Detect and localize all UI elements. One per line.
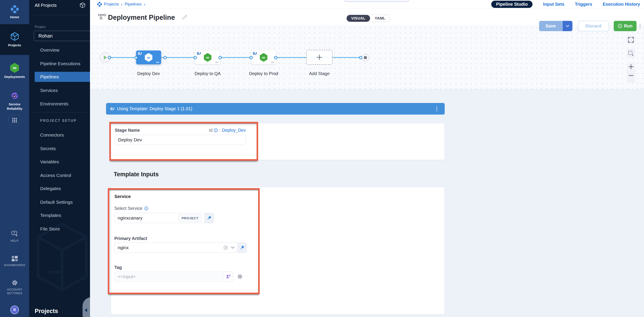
template-bars-icon xyxy=(111,107,114,110)
primary-artifact-group xyxy=(114,242,247,253)
sidebar-item-pipeline-executions[interactable]: Pipeline Executions xyxy=(29,58,90,69)
zoom-controls xyxy=(627,62,635,83)
project-selector[interactable]: Rohan xyxy=(34,31,90,41)
all-projects-link[interactable]: All Projects xyxy=(35,3,57,8)
play-icon xyxy=(104,56,107,60)
edit-pencil-icon[interactable] xyxy=(182,14,188,20)
tag-settings-button[interactable] xyxy=(237,272,243,282)
connector-dot[interactable] xyxy=(218,56,222,59)
zoom-out-icon xyxy=(628,73,634,78)
code-glyph: </> xyxy=(271,61,274,64)
user-avatar[interactable]: R xyxy=(10,306,19,314)
pin-artifact-button[interactable] xyxy=(238,242,247,253)
save-options-button[interactable] xyxy=(562,21,572,31)
breadcrumb-link-projects[interactable]: Projects xyxy=(104,2,119,6)
plus-icon xyxy=(316,54,323,60)
sidebar-item-templates[interactable]: Templates xyxy=(29,210,90,220)
sidebar-item-overview[interactable]: Overview xyxy=(29,45,90,55)
breadcrumb-link-pipelines[interactable]: Pipelines xyxy=(125,2,142,6)
stage-node-deploy-dev[interactable]: ∞ </> xyxy=(136,50,161,64)
connector-dot[interactable] xyxy=(134,56,138,59)
add-stage-button[interactable] xyxy=(306,50,332,65)
tab-execution-history[interactable]: Execution History xyxy=(603,2,640,7)
template-banner: Using Template: Deploy Stage 1 (1.01) xyxy=(106,103,445,114)
module-rail: Home Projects ∞ Deployments Service Reli… xyxy=(0,0,29,317)
primary-artifact-input[interactable] xyxy=(118,245,223,250)
primary-artifact-field[interactable] xyxy=(114,242,238,253)
add-stage-label: Add Stage xyxy=(300,71,339,76)
rail-label-dashboards: DASHBOARDS xyxy=(4,264,25,267)
sidebar-item-secrets[interactable]: Secrets xyxy=(29,144,90,154)
rail-item-projects[interactable]: Projects xyxy=(0,24,29,55)
sidebar-item-default-settings[interactable]: Default Settings xyxy=(29,197,90,207)
expression-button[interactable]: Σx xyxy=(224,272,233,282)
pipeline-end-node[interactable] xyxy=(362,54,369,62)
rail-item-home[interactable]: Home xyxy=(0,0,29,24)
stage-name-label: Stage Name xyxy=(115,128,140,133)
sidebar-item-pipelines[interactable]: Pipelines xyxy=(35,72,90,82)
header-kebab-menu[interactable] xyxy=(640,24,641,28)
cube-icon[interactable] xyxy=(80,2,86,8)
save-button[interactable]: Save xyxy=(539,21,562,31)
zoom-in-icon xyxy=(628,64,634,69)
project-sidebar: All Projects Project Rohan Overview Pipe… xyxy=(29,0,90,317)
connector-dot[interactable] xyxy=(250,56,253,59)
cd-hexagon-icon: ∞ xyxy=(260,53,268,62)
tag-field[interactable] xyxy=(114,272,224,282)
stage-config-panel: Using Template: Deploy Stage 1 (1.01) St… xyxy=(90,89,644,317)
toggle-yaml[interactable]: YAML xyxy=(370,15,390,22)
apps-grid-button[interactable] xyxy=(8,115,21,125)
rail-item-account-settings[interactable]: ACCOUNT SETTINGS xyxy=(0,279,29,295)
zoom-in-button[interactable] xyxy=(627,62,635,71)
tab-triggers[interactable]: Triggers xyxy=(575,2,592,7)
tab-input-sets[interactable]: Input Sets xyxy=(543,2,564,7)
connector-dot[interactable] xyxy=(108,56,111,59)
sidebar-item-connectors[interactable]: Connectors xyxy=(29,130,90,140)
rail-item-dashboards[interactable]: DASHBOARDS xyxy=(0,255,29,267)
sidebar-item-services[interactable]: Services xyxy=(29,86,90,96)
cd-hexagon-icon: ∞ xyxy=(144,53,153,62)
pin-service-button[interactable] xyxy=(205,213,214,223)
toggle-visual[interactable]: VISUAL xyxy=(346,15,370,22)
sidebar-item-variables[interactable]: Variables xyxy=(29,157,90,167)
sidebar-item-delegates[interactable]: Delegates xyxy=(29,184,90,194)
pipeline-canvas[interactable]: ∞ </> ∞ </> ∞ </> Deploy Dev Deploy to Q… xyxy=(90,25,644,89)
rail-item-help[interactable]: ? HELP xyxy=(0,230,29,242)
service-select-input[interactable] xyxy=(118,215,179,221)
run-button[interactable]: Run xyxy=(614,21,636,31)
cd-hexagon-icon: ∞ xyxy=(10,63,20,73)
expression-sigma-icon: Σx xyxy=(226,274,230,279)
sidebar-item-environments[interactable]: Environments xyxy=(29,99,90,109)
discard-button[interactable]: Discard xyxy=(578,21,609,31)
id-separator: : xyxy=(219,128,220,133)
tag-input[interactable] xyxy=(118,274,221,279)
sidebar-projects-heading: Projects xyxy=(35,308,58,314)
stage-name-input[interactable] xyxy=(118,137,242,142)
connector-dot[interactable] xyxy=(164,56,167,59)
template-banner-menu[interactable] xyxy=(436,106,438,111)
tab-pipeline-studio[interactable]: Pipeline Studio xyxy=(491,1,532,8)
sidebar-divider xyxy=(32,15,88,15)
chevron-down-icon[interactable] xyxy=(231,246,234,249)
visual-yaml-toggle: VISUAL YAML xyxy=(346,15,390,22)
zoom-out-button[interactable] xyxy=(627,71,635,80)
connector-dot[interactable] xyxy=(359,56,362,59)
rail-label-reliability: Reliability xyxy=(7,107,22,111)
connector-dot[interactable] xyxy=(194,56,197,59)
marquee-select-button[interactable] xyxy=(627,49,635,58)
info-icon[interactable] xyxy=(214,128,218,132)
sidebar-item-file-store[interactable]: File Store xyxy=(29,224,90,234)
connector-dot[interactable] xyxy=(274,56,278,59)
service-select-field[interactable]: PROJECT xyxy=(114,213,205,223)
info-icon[interactable] xyxy=(144,206,148,210)
rail-item-deployments[interactable]: ∞ Deployments xyxy=(0,55,29,87)
stage-node-deploy-to-prod[interactable]: ∞ </> xyxy=(251,50,276,64)
clear-selection-icon[interactable] xyxy=(223,245,228,250)
title-row: Deployment Pipeline VISUAL YAML Save Dis… xyxy=(90,8,644,25)
stage-node-deploy-to-qa[interactable]: ∞ </> xyxy=(195,50,220,64)
fullscreen-button[interactable] xyxy=(627,35,635,44)
rail-label-service: Service xyxy=(9,102,20,106)
stage-id-value[interactable]: Deploy_Dev xyxy=(222,128,246,133)
rail-item-service-reliability[interactable]: Service Reliability xyxy=(0,87,29,115)
sidebar-item-access-control[interactable]: Access Control xyxy=(29,170,90,180)
